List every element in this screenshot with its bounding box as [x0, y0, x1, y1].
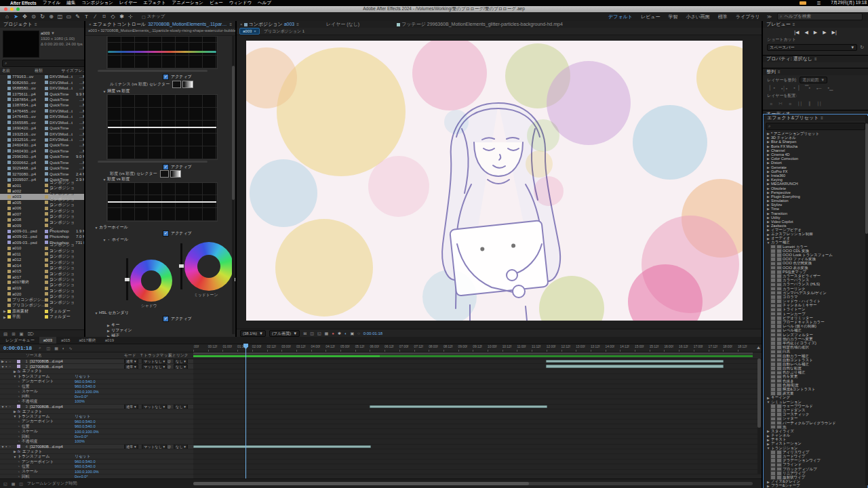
label-color-chip[interactable] [45, 201, 48, 204]
reset-button[interactable]: リセット [75, 454, 91, 459]
chevron-down-icon[interactable]: ▼ [766, 400, 771, 404]
track-lane[interactable] [193, 389, 762, 394]
property-label[interactable]: 位置 [22, 424, 30, 429]
label-color-chip[interactable] [45, 87, 48, 90]
label-color-chip[interactable] [45, 230, 48, 233]
twirl-right-icon[interactable]: ▶ [0, 359, 5, 363]
work-area-bar[interactable] [193, 352, 753, 354]
pan-behind-icon[interactable]: ◫ [56, 14, 64, 20]
workspace-標準[interactable]: 標準 [718, 14, 728, 20]
roto-brush-icon[interactable]: ✱ [117, 14, 126, 20]
property-label[interactable]: アンカーポイント [22, 460, 54, 464]
chevron-right-icon[interactable]: ▶ [766, 148, 771, 152]
selector-range-swatch[interactable] [170, 170, 181, 178]
layer-color-chip[interactable] [17, 445, 20, 448]
timeline-hscrollbar[interactable] [193, 482, 753, 485]
label-color-chip[interactable] [45, 241, 48, 244]
menu-item[interactable]: ビュー [210, 0, 223, 6]
transform-group-label[interactable]: トランスフォーム [18, 374, 50, 379]
parent-dropdown[interactable]: なし ▾ [174, 364, 188, 369]
label-color-chip[interactable] [45, 258, 48, 262]
timeline-tab-レンダーキュー[interactable]: レンダーキュー [1, 337, 39, 344]
mode-dropdown[interactable]: 通常 ▾ [124, 405, 138, 409]
align-top-icon[interactable]: ▔▪ [805, 85, 810, 91]
midtone-wheel[interactable] [184, 242, 233, 291]
chevron-right-icon[interactable]: ▶ [766, 480, 771, 484]
last-frame-button[interactable]: ▶| [832, 30, 837, 35]
pan-camera-icon[interactable]: ⊕ [47, 14, 56, 20]
color-wheel-label[interactable]: カラーホイール [99, 224, 128, 230]
panel-menu-icon[interactable]: ≡ [229, 21, 232, 28]
menu-app-name[interactable]: After Effects [10, 1, 37, 5]
label-color-chip[interactable] [45, 178, 48, 182]
new-comp-icon[interactable]: ▣ [20, 331, 24, 337]
midtone-slider[interactable] [180, 243, 182, 289]
align-hcenter-icon[interactable]: ▪│▪ [781, 86, 787, 91]
label-color-chip[interactable] [45, 310, 48, 313]
shadow-slider[interactable] [126, 258, 128, 300]
stopwatch-icon[interactable]: ◔ [18, 434, 20, 439]
label-color-chip[interactable] [45, 104, 48, 107]
track-lane[interactable] [193, 380, 762, 384]
eye-icon[interactable]: ● [5, 405, 7, 408]
control-center-icon[interactable]: ☰ [816, 1, 821, 6]
project-comp-name[interactable]: a003 ▼ [41, 30, 83, 36]
channel-icon[interactable]: ● [332, 331, 334, 336]
mode-dropdown[interactable]: 通常 ▾ [124, 445, 138, 449]
folder-expand-icon[interactable]: ▶ [2, 309, 7, 313]
menu-item[interactable]: エフェクト [143, 0, 165, 6]
eye-icon[interactable]: ● [5, 365, 7, 368]
selector-swatch[interactable] [172, 81, 181, 88]
chevron-right-icon[interactable]: ▶ [766, 211, 771, 216]
layer-duration-bar[interactable] [370, 405, 547, 408]
twirl-right-icon[interactable]: ▶ [12, 449, 18, 453]
right-panel-vscrollbar[interactable] [865, 116, 868, 485]
track-matte-dropdown[interactable]: マットなし ▾ [142, 359, 167, 364]
project-row[interactable]: 1375611...p4QuickTime9.9 MB30 [0, 91, 84, 96]
hand-tool-icon[interactable]: ✥ [20, 14, 29, 20]
track-lane[interactable] [193, 449, 762, 454]
track-lane[interactable] [193, 439, 762, 444]
parent-dropdown[interactable]: なし ▾ [174, 405, 188, 409]
property-label[interactable]: スケール [22, 389, 38, 394]
show-snapshot-icon[interactable]: ◌ [357, 331, 360, 336]
chevron-right-icon[interactable]: ▶ [766, 484, 771, 488]
first-frame-button[interactable]: |◀ [794, 30, 799, 35]
project-search-field[interactable]: ⌕ [2, 60, 84, 67]
zoom-level-dropdown[interactable]: (38.1%)▼ [240, 330, 266, 337]
chevron-right-icon[interactable]: ▶ [766, 220, 771, 224]
chevron-right-icon[interactable]: ▶ [766, 207, 771, 211]
chevron-right-icon[interactable]: ▶ [766, 136, 771, 140]
column-parent-link[interactable]: 親とリンク [168, 352, 189, 359]
label-color-chip[interactable] [45, 195, 48, 199]
pickwhip-icon[interactable]: @ [167, 405, 171, 409]
label-color-chip[interactable] [45, 264, 48, 267]
new-folder-icon[interactable]: ⊞ [12, 331, 15, 337]
label-color-chip[interactable] [45, 167, 48, 170]
bright-sat-curve-grid[interactable] [106, 94, 218, 160]
project-row[interactable]: 1476465...ovDXV3Mod...t...MB30 [0, 114, 84, 119]
label-color-chip[interactable] [45, 109, 48, 113]
timeline-tab-a017最終[interactable]: a017最終 [75, 337, 100, 344]
reset-button[interactable]: リセット [75, 414, 91, 419]
mode-dropdown[interactable]: 通常 ▾ [124, 359, 138, 364]
property-value[interactable]: 100.0,100.0% [75, 470, 99, 474]
menu-item[interactable]: ウィンドウ [229, 0, 252, 6]
project-row[interactable]: 2996360...p4QuickTime9.0 MB30 [0, 154, 84, 159]
chevron-right-icon[interactable]: ▶ [766, 438, 771, 442]
chevron-right-icon[interactable]: ▶ [766, 228, 771, 232]
project-row[interactable]: ▶平面フォルダー [0, 314, 84, 319]
close-panel-icon[interactable]: × [89, 21, 92, 28]
chevron-right-icon[interactable]: ▶ [766, 190, 771, 195]
property-value[interactable]: 0x+0.0° [75, 434, 88, 439]
project-row[interactable]: 1476465...ovDXV3Mod...t...MB30 [0, 108, 84, 114]
timeline-mountain-zoom[interactable]: ⛰ [757, 346, 760, 350]
effects-group-label[interactable]: エフェクト [22, 369, 43, 374]
transparency-grid-icon[interactable]: ▦ [325, 331, 329, 336]
align-vcenter-icon[interactable]: ▪─ [816, 86, 821, 91]
brush-tool-icon[interactable]: ∕ [91, 14, 100, 20]
track-lane[interactable] [193, 405, 762, 409]
workspace-overflow-icon[interactable]: ≫ [767, 14, 772, 20]
twirl-down-icon[interactable]: ▼ [12, 374, 18, 378]
active-checkbox[interactable]: ✓ [163, 74, 169, 80]
